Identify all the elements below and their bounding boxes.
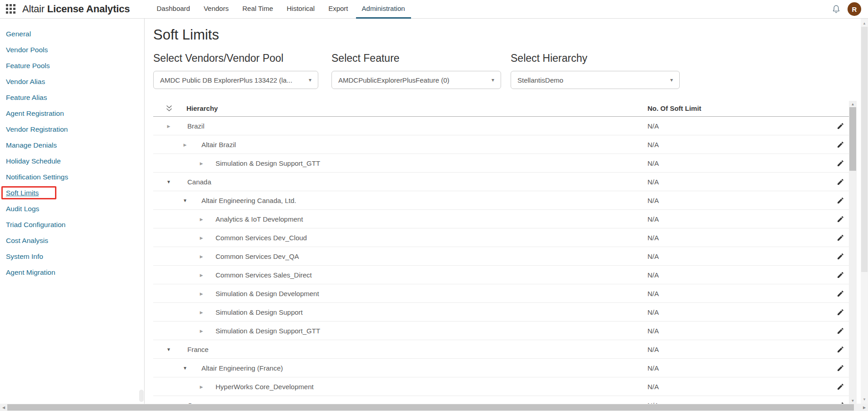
edit-pencil-icon[interactable] bbox=[837, 178, 844, 186]
nav-tab-historical[interactable]: Historical bbox=[281, 0, 321, 19]
sidebar-item-feature-alias[interactable]: Feature Alias bbox=[0, 89, 144, 105]
table-scrollbar-thumb[interactable] bbox=[849, 107, 856, 171]
page-vertical-scrollbar[interactable]: ▲ ▼ bbox=[861, 19, 868, 404]
hierarchy-label: Altair Brazil bbox=[201, 135, 236, 154]
hierarchy-label: Simulation & Design Development bbox=[216, 284, 319, 303]
sidebar-item-holiday-schedule[interactable]: Holiday Schedule bbox=[0, 153, 144, 169]
soft-limit-value: N/A bbox=[647, 359, 659, 377]
soft-limit-value: N/A bbox=[647, 322, 659, 340]
sidebar-item-label: Agent Registration bbox=[6, 109, 64, 118]
edit-pencil-icon[interactable] bbox=[837, 290, 844, 297]
brand-logo: Altair License Analytics bbox=[22, 3, 130, 15]
collapse-arrow-icon[interactable]: ▼ bbox=[180, 191, 191, 210]
top-right-actions: R bbox=[831, 2, 868, 16]
expand-arrow-icon[interactable]: ▶ bbox=[196, 247, 207, 266]
collapse-arrow-icon[interactable]: ▼ bbox=[163, 340, 174, 359]
expand-all-icon[interactable] bbox=[166, 105, 172, 112]
sidebar-item-soft-limits[interactable]: Soft Limits bbox=[0, 185, 144, 201]
soft-limit-value: N/A bbox=[647, 228, 659, 247]
sidebar-item-audit-logs[interactable]: Audit Logs bbox=[0, 201, 144, 217]
expand-arrow-icon[interactable]: ▶ bbox=[196, 266, 207, 284]
sidebar-item-label: General bbox=[6, 30, 31, 38]
page-scroll-up-icon[interactable]: ▲ bbox=[861, 20, 868, 27]
soft-limit-value: N/A bbox=[647, 340, 659, 359]
edit-pencil-icon[interactable] bbox=[837, 327, 844, 335]
soft-limit-value: N/A bbox=[647, 191, 659, 210]
table-row-hyperworks-core-development: ▶ HyperWorks Core_Development N/A bbox=[153, 377, 849, 396]
edit-pencil-icon[interactable] bbox=[837, 159, 844, 167]
page-scroll-down-icon[interactable]: ▼ bbox=[861, 396, 868, 403]
collapse-arrow-icon[interactable]: ▼ bbox=[163, 173, 174, 191]
soft-limit-value: N/A bbox=[647, 266, 659, 284]
sidebar-item-vendor-alias[interactable]: Vendor Alias bbox=[0, 74, 144, 89]
nav-tab-real-time[interactable]: Real Time bbox=[236, 0, 279, 19]
sidebar-item-vendor-pools[interactable]: Vendor Pools bbox=[0, 42, 144, 58]
hierarchy-label: Common Services Dev_QA bbox=[216, 247, 299, 266]
sidebar-item-triad-configuration[interactable]: Triad Configuration bbox=[0, 217, 144, 233]
expand-arrow-icon[interactable]: ▶ bbox=[196, 377, 207, 396]
sidebar-item-feature-pools[interactable]: Feature Pools bbox=[0, 58, 144, 74]
edit-pencil-icon[interactable] bbox=[837, 383, 844, 391]
hierarchy-label: Germany bbox=[187, 396, 216, 404]
collapse-arrow-icon[interactable]: ▼ bbox=[180, 359, 191, 377]
sidebar-item-manage-denials[interactable]: Manage Denials bbox=[0, 137, 144, 153]
expand-arrow-icon[interactable]: ▶ bbox=[180, 135, 191, 154]
table-row-simulation-design-support-gtt: ▶ Simulation & Design Support_GTT N/A bbox=[153, 322, 849, 340]
edit-pencil-icon[interactable] bbox=[837, 253, 844, 260]
page-horizontal-scrollbar-thumb[interactable] bbox=[7, 404, 854, 411]
table-vertical-scrollbar[interactable]: ▲ ▼ bbox=[849, 101, 857, 404]
edit-pencil-icon[interactable] bbox=[837, 197, 844, 204]
table-row-simulation-design-support-gtt: ▶ Simulation & Design Support_GTT N/A bbox=[153, 154, 849, 173]
expand-arrow-icon[interactable]: ▶ bbox=[196, 322, 207, 340]
nav-tab-vendors[interactable]: Vendors bbox=[198, 0, 235, 19]
sidebar-item-vendor-registration[interactable]: Vendor Registration bbox=[0, 121, 144, 137]
feature-select[interactable]: AMDCPublicExplorerPlusFeature (0)▾ bbox=[331, 71, 501, 89]
sidebar-item-system-info[interactable]: System Info bbox=[0, 248, 144, 264]
page-scroll-right-icon[interactable]: ▶ bbox=[861, 404, 868, 411]
notifications-bell-icon[interactable] bbox=[831, 4, 841, 15]
column-header-hierarchy[interactable]: Hierarchy bbox=[186, 104, 218, 112]
expand-arrow-icon[interactable]: ▶ bbox=[163, 396, 174, 404]
chevron-down-icon: ▾ bbox=[670, 77, 673, 83]
expand-arrow-icon[interactable]: ▶ bbox=[196, 210, 207, 228]
main-nav: DashboardVendorsReal TimeHistoricalExpor… bbox=[151, 0, 413, 19]
page-scrollbar-thumb[interactable] bbox=[861, 27, 868, 272]
edit-pencil-icon[interactable] bbox=[837, 308, 844, 316]
selected-value: AMDC Public DB ExplorerPlus 133422 (la..… bbox=[160, 76, 304, 84]
sidebar-item-general[interactable]: General bbox=[0, 26, 144, 42]
user-avatar[interactable]: R bbox=[848, 2, 861, 16]
edit-pencil-icon[interactable] bbox=[837, 364, 844, 372]
edit-pencil-icon[interactable] bbox=[837, 215, 844, 223]
edit-pencil-icon[interactable] bbox=[837, 141, 844, 149]
edit-pencil-icon[interactable] bbox=[837, 346, 844, 353]
apps-grid-icon[interactable] bbox=[6, 4, 16, 14]
edit-pencil-icon[interactable] bbox=[837, 122, 844, 130]
expand-arrow-icon[interactable]: ▶ bbox=[163, 117, 174, 135]
nav-tab-dashboard[interactable]: Dashboard bbox=[151, 0, 196, 19]
scroll-down-icon[interactable]: ▼ bbox=[849, 397, 857, 404]
column-header-soft-limit[interactable]: No. Of Soft Limit bbox=[647, 104, 701, 112]
sidebar-item-agent-registration[interactable]: Agent Registration bbox=[0, 105, 144, 121]
edit-pencil-icon[interactable] bbox=[837, 271, 844, 279]
hierarchy-select[interactable]: StellantisDemo▾ bbox=[511, 71, 680, 89]
sidebar-item-notification-settings[interactable]: Notification Settings bbox=[0, 169, 144, 185]
sidebar-scrollbar-thumb[interactable] bbox=[139, 390, 144, 402]
expand-arrow-icon[interactable]: ▶ bbox=[196, 303, 207, 322]
expand-arrow-icon[interactable]: ▶ bbox=[196, 228, 207, 247]
page-horizontal-scrollbar[interactable]: ◀ ▶ bbox=[0, 404, 868, 411]
sidebar-item-cost-analysis[interactable]: Cost Analysis bbox=[0, 233, 144, 248]
nav-tab-administration[interactable]: Administration bbox=[356, 0, 411, 19]
page-scroll-left-icon[interactable]: ◀ bbox=[0, 404, 7, 411]
soft-limits-table: Hierarchy No. Of Soft Limit ▶ Brazil N/A… bbox=[153, 101, 857, 404]
expand-arrow-icon[interactable]: ▶ bbox=[196, 284, 207, 303]
scroll-up-icon[interactable]: ▲ bbox=[849, 101, 857, 107]
soft-limit-value: N/A bbox=[647, 396, 659, 404]
sidebar-item-label: Vendor Registration bbox=[6, 125, 68, 134]
edit-pencil-icon[interactable] bbox=[837, 234, 844, 242]
table-row-common-services-dev-cloud: ▶ Common Services Dev_Cloud N/A bbox=[153, 228, 849, 247]
vendor-pool-select[interactable]: AMDC Public DB ExplorerPlus 133422 (la..… bbox=[153, 71, 318, 89]
nav-tab-export[interactable]: Export bbox=[322, 0, 354, 19]
expand-arrow-icon[interactable]: ▶ bbox=[196, 154, 207, 173]
sidebar-item-agent-migration[interactable]: Agent Migration bbox=[0, 264, 144, 280]
sidebar-item-label: Soft Limits bbox=[6, 189, 39, 197]
